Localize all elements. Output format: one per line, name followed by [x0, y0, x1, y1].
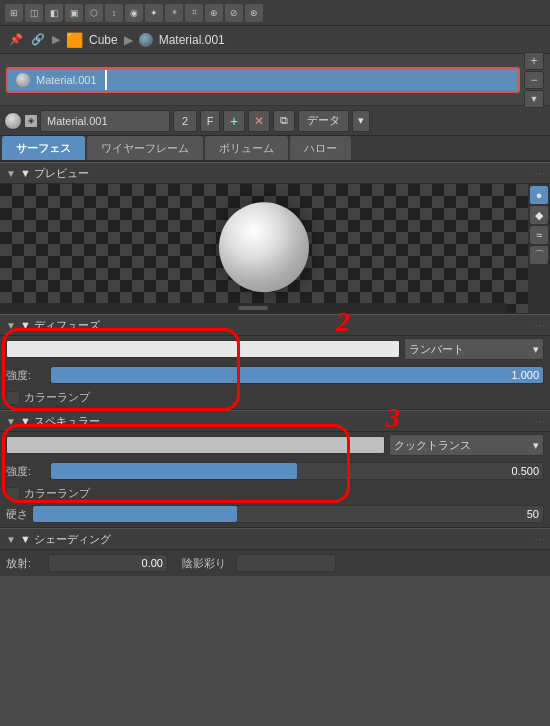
- emit-label: 放射:: [6, 556, 44, 571]
- tab-row: サーフェス ワイヤーフレーム ボリューム ハロー: [0, 136, 550, 162]
- diffuse-colorlamp-label: カラーランプ: [24, 390, 90, 405]
- material-row: ◈ 2 F + ✕ ⧉ データ ▾: [0, 106, 550, 136]
- preview-dots: ···: [535, 168, 546, 179]
- material-users-button[interactable]: 2: [173, 110, 197, 132]
- emit-slider[interactable]: 0.00: [48, 554, 168, 572]
- specular-header-label: ▼ スペキュラー: [20, 414, 100, 429]
- preview-sphere: [219, 202, 309, 292]
- remove-material-button[interactable]: ✕: [248, 110, 270, 132]
- diffuse-section-header[interactable]: ▼ ▼ ディフューズ ···: [0, 314, 550, 336]
- cube-icon: 🟧: [66, 32, 83, 48]
- toolbar-icon-10[interactable]: ⌗: [185, 4, 203, 22]
- diffuse-colorlamp-row: カラーランプ: [0, 390, 550, 409]
- toolbar-icon-13[interactable]: ⊛: [245, 4, 263, 22]
- material-sphere: [16, 73, 30, 87]
- fake-user-button[interactable]: F: [200, 110, 220, 132]
- breadcrumb-object-name[interactable]: Cube: [89, 33, 118, 47]
- breadcrumb-material-name[interactable]: Material.001: [159, 33, 225, 47]
- toolbar-icon-7[interactable]: ◉: [125, 4, 143, 22]
- toolbar-icon-11[interactable]: ⊕: [205, 4, 223, 22]
- preview-resize-handle[interactable]: [0, 303, 506, 313]
- pin-icon: 📌: [8, 32, 24, 48]
- toolbar-icon-1[interactable]: ⊞: [5, 4, 23, 22]
- tab-wireframe[interactable]: ワイヤーフレーム: [87, 136, 203, 160]
- specular-intensity-slider[interactable]: 0.500: [50, 462, 544, 480]
- material-list-scrollbar: + − ▼: [524, 52, 544, 108]
- data-dropdown-button[interactable]: ▾: [352, 110, 370, 132]
- copy-icon: ⧉: [280, 114, 288, 127]
- shadow-slider[interactable]: [236, 554, 336, 572]
- plus-icon: +: [230, 113, 238, 129]
- toolbar-icon-6[interactable]: ↕: [105, 4, 123, 22]
- toolbar-icon-5[interactable]: ⬡: [85, 4, 103, 22]
- preview-cube-button[interactable]: ◆: [530, 206, 548, 224]
- dropdown-arrow-icon: ▾: [358, 114, 364, 127]
- tab-volume[interactable]: ボリューム: [205, 136, 288, 160]
- hardness-row: 硬さ 50: [0, 503, 550, 527]
- tab-surface[interactable]: サーフェス: [2, 136, 85, 160]
- diffuse-shader-dropdown[interactable]: ランバート ▾: [404, 338, 544, 360]
- preview-area: ● ◆ ≈ ⌒: [0, 184, 550, 314]
- resize-handle-bar: [238, 306, 268, 310]
- diffuse-intensity-value: 1.000: [51, 369, 543, 381]
- diffuse-shader-arrow-icon: ▾: [533, 343, 539, 356]
- diffuse-shader-label: ランバート: [409, 342, 464, 357]
- specular-colorlamp-row: カラーランプ: [0, 486, 550, 503]
- preview-plane-button[interactable]: ≈: [530, 226, 548, 244]
- scroll-down-button[interactable]: −: [524, 71, 544, 89]
- preview-canvas[interactable]: [0, 184, 528, 313]
- diffuse-intensity-slider[interactable]: 1.000: [50, 366, 544, 384]
- shading-section-header[interactable]: ▼ ▼ シェーディング ···: [0, 528, 550, 550]
- specular-color-bar[interactable]: [6, 436, 385, 454]
- diffuse-dots: ···: [535, 320, 546, 331]
- scroll-more-button[interactable]: ▼: [524, 90, 544, 108]
- breadcrumb-bar: 📌 🔗 ▶ 🟧 Cube ▶ Material.001: [0, 26, 550, 54]
- mat-row-type-icon: ◈: [25, 115, 37, 127]
- specular-intensity-row: 強度: 0.500: [0, 460, 550, 486]
- diffuse-intensity-row: 強度: 1.000: [0, 364, 550, 390]
- diffuse-header-label: ▼ ディフューズ: [20, 318, 100, 333]
- material-name-input[interactable]: [40, 110, 170, 132]
- specular-shader-dropdown[interactable]: クックトランス ▾: [389, 434, 544, 456]
- specular-panel: クックトランス ▾ 強度: 0.500 カラーランプ 硬さ 50: [0, 432, 550, 528]
- preview-triangle-icon: ▼: [6, 168, 16, 179]
- toolbar-icon-8[interactable]: ✦: [145, 4, 163, 22]
- specular-section-header[interactable]: ▼ ▼ スペキュラー ···: [0, 410, 550, 432]
- diffuse-colorlamp-checkbox[interactable]: [6, 391, 20, 405]
- tab-halo[interactable]: ハロー: [290, 136, 351, 160]
- toolbar-icon-2[interactable]: ◫: [25, 4, 43, 22]
- preview-sphere-button[interactable]: ●: [530, 186, 548, 204]
- specular-intensity-value: 0.500: [51, 465, 543, 477]
- shading-triangle-icon: ▼: [6, 534, 16, 545]
- material-list-item-name: Material.001: [36, 74, 97, 86]
- link-icon: 🔗: [30, 32, 46, 48]
- material-list-area: Material.001 + − ▼: [0, 54, 550, 106]
- emit-value: 0.00: [49, 557, 167, 569]
- shading-panel: 放射: 0.00 陰影彩り: [0, 550, 550, 576]
- toolbar-icon-4[interactable]: ▣: [65, 4, 83, 22]
- specular-colorlamp-label: カラーランプ: [24, 486, 90, 501]
- hardness-slider[interactable]: 50: [32, 505, 544, 523]
- data-button[interactable]: データ: [298, 110, 349, 132]
- breadcrumb-sep2: ▶: [124, 33, 133, 47]
- preview-sidebar: ● ◆ ≈ ⌒: [528, 184, 550, 313]
- specular-triangle-icon: ▼: [6, 416, 16, 427]
- material-list-item[interactable]: Material.001: [6, 67, 520, 93]
- x-icon: ✕: [254, 114, 264, 128]
- specular-colorlamp-wrap: カラーランプ: [6, 486, 90, 501]
- shading-dots: ···: [535, 534, 546, 545]
- specular-intensity-label: 強度:: [6, 464, 46, 479]
- specular-shader-label: クックトランス: [394, 438, 471, 453]
- specular-colorlamp-checkbox[interactable]: [6, 487, 20, 501]
- breadcrumb-sep1: ▶: [52, 33, 60, 46]
- add-material-button[interactable]: +: [223, 110, 245, 132]
- toolbar-icon-3[interactable]: ◧: [45, 4, 63, 22]
- toolbar-icon-9[interactable]: ⌖: [165, 4, 183, 22]
- preview-hair-button[interactable]: ⌒: [530, 246, 548, 264]
- diffuse-color-bar[interactable]: [6, 340, 400, 358]
- copy-material-button[interactable]: ⧉: [273, 110, 295, 132]
- toolbar-icon-12[interactable]: ⊘: [225, 4, 243, 22]
- scroll-up-button[interactable]: +: [524, 52, 544, 70]
- preview-section-header[interactable]: ▼ ▼ プレビュー ···: [0, 162, 550, 184]
- specular-shader-arrow-icon: ▾: [533, 439, 539, 452]
